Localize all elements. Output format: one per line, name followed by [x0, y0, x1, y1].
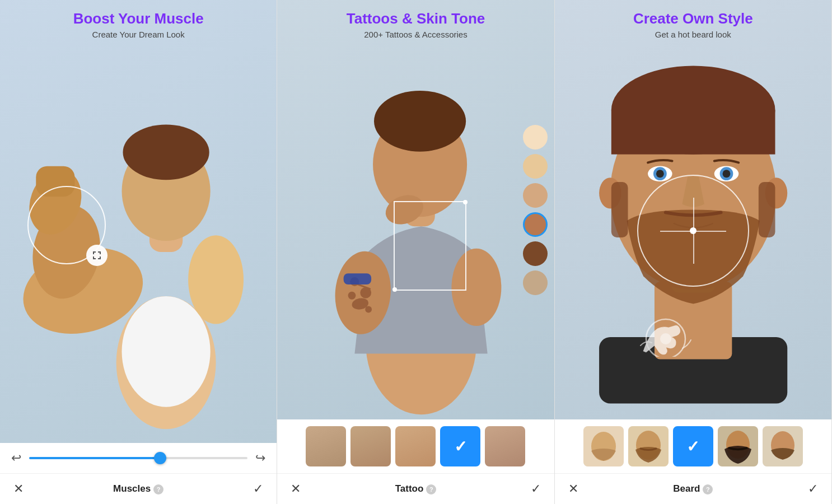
svg-rect-8 — [36, 166, 74, 197]
svg-rect-29 — [611, 110, 775, 155]
svg-point-34 — [656, 170, 664, 178]
panel2-close-button[interactable]: ✕ — [291, 482, 301, 496]
skin-tone-2[interactable] — [523, 154, 548, 179]
panel1-title: Boost Your Muscle — [11, 10, 265, 27]
panel2-controls: ✓ ✕ Tattoo? ✓ — [277, 419, 554, 504]
svg-point-17 — [348, 292, 356, 300]
tattoo-thumb-3[interactable] — [395, 426, 436, 466]
panel3-action-label: Beard? — [673, 483, 713, 494]
skin-tone-3[interactable] — [523, 183, 548, 208]
redo-button[interactable]: ↪ — [255, 451, 265, 465]
panel2-image-area: Tattoos & Skin Tone 200+ Tattoos & Acces… — [277, 0, 554, 419]
panel-beard: Create Own Style Get a hot beard look — [555, 0, 832, 504]
panel3-confirm-button[interactable]: ✓ — [808, 482, 818, 496]
skin-tone-5[interactable] — [523, 241, 548, 266]
skin-tone-4[interactable] — [523, 212, 548, 237]
panel3-title: Create Own Style — [566, 10, 820, 27]
panel-muscle: Boost Your Muscle Create Your Dream Look — [0, 0, 277, 504]
svg-rect-38 — [611, 182, 628, 237]
tattoo-help-icon[interactable]: ? — [426, 484, 436, 494]
svg-point-4 — [123, 124, 209, 180]
tattoo-person-svg — [277, 0, 554, 419]
panel3-image-area: Create Own Style Get a hot beard look — [555, 0, 831, 419]
svg-point-9 — [188, 235, 244, 324]
svg-point-1 — [122, 296, 211, 407]
panel2-subtitle: 200+ Tattoos & Accessories — [288, 30, 543, 39]
beard-help-icon[interactable]: ? — [703, 484, 713, 494]
beard-thumbnails: ✓ — [555, 419, 831, 473]
svg-point-13 — [374, 91, 466, 152]
panel3-action-bar: ✕ Beard? ✓ — [555, 473, 831, 504]
skin-tone-1[interactable] — [523, 125, 548, 150]
panel1-subtitle: Create Your Dream Look — [11, 30, 265, 39]
beard-active-check-icon: ✓ — [686, 437, 699, 456]
panel1-close-button[interactable]: ✕ — [13, 482, 24, 496]
svg-point-37 — [722, 170, 730, 178]
beard-thumb-4[interactable] — [763, 426, 803, 466]
panel1-image-area: Boost Your Muscle Create Your Dream Look — [0, 0, 277, 443]
slider-row: ↩ ↪ — [0, 443, 277, 473]
svg-point-20 — [366, 306, 372, 313]
muscle-slider[interactable] — [29, 457, 247, 459]
muscle-person-svg — [0, 0, 277, 443]
panel2-title: Tattoos & Skin Tone — [288, 10, 543, 27]
panel3-controls: ✓ ✕ Bea — [555, 419, 831, 504]
tattoo-thumbnails: ✓ — [277, 419, 554, 473]
panel3-close-button[interactable]: ✕ — [568, 482, 578, 496]
beard-thumb-active[interactable]: ✓ — [673, 426, 713, 466]
muscles-help-icon[interactable]: ? — [153, 484, 163, 494]
skin-tone-selector — [523, 125, 548, 295]
svg-point-41 — [660, 333, 671, 344]
panel2-action-bar: ✕ Tattoo? ✓ — [277, 473, 554, 504]
tattoo-thumb-1[interactable] — [306, 426, 346, 466]
gesture-icon — [638, 312, 694, 357]
tattoo-thumb-active[interactable]: ✓ — [440, 426, 480, 466]
tattoo-thumb-2[interactable] — [350, 426, 391, 466]
panel1-action-label: Muscles? — [113, 483, 163, 494]
panel2-action-label: Tattoo? — [395, 483, 437, 494]
undo-button[interactable]: ↩ — [11, 451, 21, 465]
panel2-header: Tattoos & Skin Tone 200+ Tattoos & Acces… — [277, 0, 554, 45]
beard-thumb-1[interactable] — [583, 426, 624, 466]
svg-rect-39 — [758, 182, 775, 237]
panel2-confirm-button[interactable]: ✓ — [531, 482, 541, 496]
svg-rect-23 — [344, 273, 371, 284]
panel3-header: Create Own Style Get a hot beard look — [555, 0, 831, 45]
beard-thumb-2[interactable] — [628, 426, 669, 466]
svg-point-21 — [452, 249, 502, 326]
panel1-controls: ↩ ↪ ✕ Muscles? ✓ — [0, 443, 277, 504]
panel-tattoo: Tattoos & Skin Tone 200+ Tattoos & Acces… — [277, 0, 554, 504]
panel3-subtitle: Get a hot beard look — [566, 30, 820, 39]
slider-thumb[interactable] — [154, 452, 166, 464]
tattoo-thumb-5[interactable] — [485, 426, 525, 466]
panel1-confirm-button[interactable]: ✓ — [253, 482, 263, 496]
skin-tone-6[interactable] — [523, 270, 548, 295]
beard-thumb-3[interactable] — [718, 426, 758, 466]
panel1-action-bar: ✕ Muscles? ✓ — [0, 473, 277, 504]
active-check-icon: ✓ — [454, 437, 467, 456]
panel1-header: Boost Your Muscle Create Your Dream Look — [0, 0, 277, 45]
